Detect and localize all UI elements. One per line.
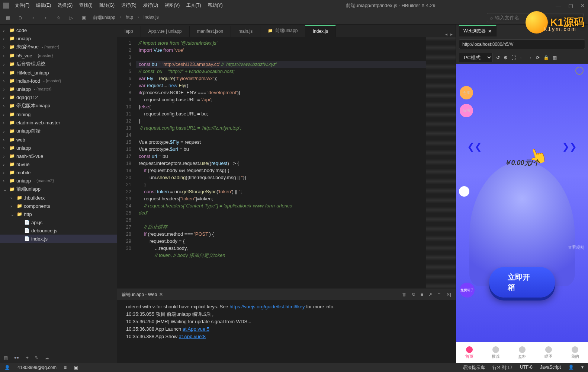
tree-item[interactable]: ›📁未编译vue- {master} [0, 42, 117, 51]
close-tab-icon[interactable]: ✕ [159, 292, 163, 297]
console-link[interactable]: at App.vue:8 [179, 334, 206, 339]
tree-item[interactable]: ›📁uniapp [0, 144, 117, 152]
nav-item[interactable]: 盒柜 [518, 346, 526, 359]
menu-item[interactable]: 工具(T) [183, 1, 204, 10]
folder-icon[interactable]: ▣ [80, 15, 87, 21]
status-user[interactable]: 41808999@qq.com [17, 365, 57, 370]
tree-item[interactable]: ›📁帝启版本uniapp [0, 101, 117, 110]
trash-icon[interactable]: 🗑 [402, 292, 407, 297]
target-icon[interactable] [575, 67, 584, 75]
nav-back-icon[interactable]: ← [520, 55, 524, 60]
tree-item[interactable]: ›📁HiMeet_uniapp [0, 69, 117, 77]
open-box-button[interactable]: 立即开箱 [489, 267, 555, 298]
terminal-status-icon[interactable]: ▣ [74, 365, 78, 370]
tree-item[interactable]: ›📁uniapp- {master2} [0, 177, 117, 185]
console-output[interactable]: ndered with v-for should have explicit k… [117, 300, 456, 363]
status-lang[interactable]: JavaScript [540, 365, 561, 371]
close-icon[interactable]: ✕ [488, 29, 492, 34]
console-link[interactable]: https://vuejs.org/guide/list.html#key [229, 304, 305, 309]
qr-icon[interactable]: ▦ [553, 55, 557, 60]
tree-item[interactable]: ›📁dqaqq112 [0, 93, 117, 101]
tree-item[interactable]: ›📁web [0, 136, 117, 144]
tree-item[interactable]: 📄debounce.js [0, 226, 117, 235]
play-icon[interactable]: 玩法 [460, 104, 473, 117]
warehouse-icon[interactable]: 仓库 [460, 86, 473, 99]
url-input[interactable] [459, 39, 585, 49]
avatar-icon[interactable] [459, 186, 469, 197]
save-icon[interactable]: 🗋 [17, 15, 24, 21]
collapse-icon[interactable]: ⌃ [437, 292, 441, 297]
tree-item[interactable]: 📄index.js [0, 235, 117, 243]
menu-item[interactable]: 编辑(E) [33, 1, 54, 10]
tree-item[interactable]: ›📁h5vue [0, 160, 117, 168]
editor-tab[interactable]: index.js [305, 25, 336, 37]
menu-item[interactable]: 发行(U) [140, 1, 161, 10]
tree-item[interactable]: 📄api.js [0, 218, 117, 226]
terminal-icon[interactable]: ▤ [4, 355, 8, 360]
breadcrumb-item[interactable]: http [126, 15, 133, 21]
tree-item[interactable]: ›📁indian-food- {master} [0, 77, 117, 85]
maximize-icon[interactable]: ▢ [568, 3, 573, 9]
rotate-icon[interactable]: ↺ [496, 55, 500, 60]
status-bell-icon[interactable]: ▾ [581, 365, 584, 371]
sparkle-icon[interactable]: ✦ [25, 355, 29, 360]
run-icon[interactable]: ▷ [68, 15, 74, 21]
glasses-icon[interactable]: 👓 [14, 355, 19, 360]
cloud-icon[interactable]: ☁ [45, 355, 49, 360]
menu-item[interactable]: 文件(F) [12, 1, 32, 10]
tree-item[interactable]: ›📁components [0, 202, 117, 210]
arrow-left-icon[interactable]: ❮❮ [467, 142, 482, 152]
breadcrumb-item[interactable]: 前端uniapp [93, 15, 115, 21]
tree-item[interactable]: ›📁uniapp- {master} [0, 85, 117, 93]
tree-item[interactable]: ›📁eladmin-web-master [0, 118, 117, 127]
tree-item[interactable]: ›📁code [0, 26, 117, 34]
popout-icon[interactable]: ↗ [428, 292, 432, 297]
star-icon[interactable]: ☆ [55, 15, 62, 21]
tab-next-icon[interactable]: ▸ [450, 32, 453, 37]
arrow-right-icon[interactable]: ❯❯ [562, 142, 577, 152]
lock-icon[interactable]: 🔒 [543, 55, 549, 60]
nav-item[interactable]: 晒图 [544, 346, 553, 359]
stop-icon[interactable]: ■ [421, 292, 423, 297]
mode-select[interactable]: PC模式 [459, 53, 492, 62]
free-box-button[interactable]: 免费箱子 [460, 283, 475, 298]
tab-prev-icon[interactable]: ◂ [445, 32, 447, 37]
minimize-icon[interactable]: — [556, 3, 561, 9]
tab-web-browser[interactable]: Web浏览器 ✕ [459, 25, 497, 36]
restart-icon[interactable]: ↻ [412, 292, 415, 297]
nav-item[interactable]: 推荐 [492, 346, 500, 359]
tree-item[interactable]: ›📁.hbuilderx [0, 194, 117, 202]
status-encoding[interactable]: UTF-8 [520, 365, 533, 371]
code-editor[interactable]: // import store from '@/store/index.js'i… [136, 37, 426, 289]
editor-tab[interactable]: main.js [231, 26, 260, 37]
nav-forward-icon[interactable]: → [528, 55, 532, 60]
tree-item[interactable]: ›📁uniapp [0, 34, 117, 42]
menu-item[interactable]: 选择(S) [55, 1, 75, 10]
forward-icon[interactable]: › [42, 15, 49, 21]
menu-item[interactable]: 跳转(G) [96, 1, 118, 10]
menu-item[interactable]: 运行(R) [118, 1, 139, 10]
tree-item[interactable]: ›📁后台管理系统 [0, 60, 117, 69]
tree-item[interactable]: ›📁h5_vue- {master} [0, 51, 117, 60]
editor-tab[interactable]: 📁前端uniapp [260, 25, 305, 37]
close-icon[interactable]: ✕ [581, 3, 585, 9]
sync-icon[interactable]: ↻ [35, 355, 39, 360]
editor-tab[interactable]: iapp [117, 26, 141, 37]
nav-item[interactable]: 首页 [465, 346, 473, 359]
settings-icon[interactable]: ⚙ [504, 55, 508, 60]
console-tab[interactable]: 前端uniapp - Web ✕ [122, 292, 163, 298]
kill-icon[interactable]: ✕| [446, 292, 451, 297]
menu-item[interactable]: 视图(V) [162, 1, 183, 10]
minimap[interactable] [426, 37, 456, 289]
tree-item[interactable]: ⌄📁前端uniapp [0, 185, 117, 194]
tree-item[interactable]: ›📁mobile [0, 168, 117, 177]
status-syntax[interactable]: 语法提示库 [463, 365, 485, 371]
tree-item[interactable]: ›📁hash-h5-vue [0, 152, 117, 160]
breadcrumb-item[interactable]: index.js [144, 15, 159, 21]
menu-item[interactable]: 查找(I) [76, 1, 95, 10]
back-icon[interactable]: ‹ [30, 15, 36, 21]
tree-item[interactable]: ›📁uniapp前端 [0, 127, 117, 136]
status-position[interactable]: 行:4 列:17 [492, 365, 513, 371]
status-person-icon[interactable]: 👤 [568, 365, 574, 371]
indent-icon[interactable]: ≡ [64, 365, 67, 370]
